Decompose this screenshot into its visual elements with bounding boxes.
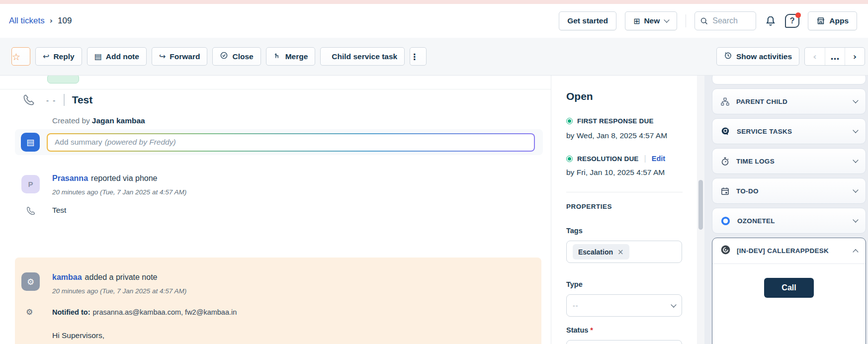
sidebar-card-label: TO-DO	[736, 187, 759, 195]
search-box[interactable]	[694, 11, 756, 30]
forward-button[interactable]: ↪ Forward	[152, 47, 208, 66]
forward-label: Forward	[170, 52, 200, 61]
first-response-label: FIRST RESPONSE DUE	[577, 117, 654, 125]
first-response-row: FIRST RESPONSE DUE	[566, 117, 654, 125]
content-area: - - Test Created byJagan kambaa ▤ Add su…	[0, 76, 868, 344]
properties-divider	[566, 192, 683, 192]
get-started-button[interactable]: Get started	[559, 11, 616, 30]
phone-message-icon	[26, 206, 36, 218]
author-link[interactable]: Prasanna	[52, 174, 88, 182]
chevron-down-icon	[853, 97, 858, 103]
note-timestamp: 20 minutes ago (Tue, 7 Jan 2025 at 4:57 …	[52, 287, 186, 295]
properties-panel: Open FIRST RESPONSE DUE by Wed, Jan 8, 2…	[551, 76, 697, 344]
breadcrumb-chevron-icon: ›	[50, 16, 53, 25]
sidebar-card-label: PARENT CHILD	[736, 98, 787, 105]
previous-ticket-button[interactable]: ‹	[805, 48, 825, 65]
apps-button[interactable]: Apps	[808, 11, 857, 30]
summary-input-border: Add summary (powered by Freddy)	[47, 133, 535, 152]
sidebar-card-service-tasks[interactable]: SERVICE TASKS	[712, 118, 866, 144]
merge-button[interactable]: Merge	[266, 47, 316, 66]
sidebar-card-ozonetel[interactable]: OZONETEL	[712, 208, 866, 234]
add-note-button[interactable]: ▤ Add note	[87, 47, 147, 66]
type-label: Type	[566, 280, 583, 288]
sidebar-card-label: TIME LOGS	[736, 158, 775, 165]
edit-resolution-link[interactable]: Edit	[652, 155, 665, 163]
star-ticket-button[interactable]: ☆	[11, 47, 30, 66]
ticket-pagination: ‹ … ›	[804, 47, 865, 66]
help-icon[interactable]: ?	[785, 14, 799, 28]
remove-tag-icon[interactable]: ×	[617, 248, 624, 257]
sidebar-card-to-do[interactable]: TO-DO	[712, 178, 866, 204]
notified-emails: prasanna.as@kambaa.com, fw2@kambaa.in	[93, 308, 237, 316]
add-note-label: Add note	[106, 52, 139, 61]
toolbar-actions: ☆ ↩ Reply ▤ Add note ↪ Forward Close	[11, 47, 427, 66]
ticket-header: - - Test	[22, 93, 92, 106]
private-note: ⚙ kambaaadded a private note 20 minutes …	[15, 258, 541, 344]
status-select[interactable]	[566, 340, 682, 344]
summary-strip: ▤ Add summary (powered by Freddy)	[15, 129, 543, 155]
conversation-author-line: Prasannareported via phone	[52, 174, 157, 183]
notifications-bell-icon[interactable]	[765, 15, 777, 27]
summary-input[interactable]: Add summary (powered by Freddy)	[48, 134, 534, 151]
pagination-more-button[interactable]: …	[825, 48, 845, 65]
child-service-task-button[interactable]: Child service task	[320, 47, 405, 66]
type-select[interactable]: --	[566, 294, 682, 317]
close-ticket-button[interactable]: Close	[212, 47, 260, 66]
show-activities-button[interactable]: Show activities	[716, 47, 799, 66]
apps-sidebar: PARENT CHILD SERVICE TASKS TIME LOGS	[704, 76, 868, 344]
note-author-line: kambaaadded a private note	[52, 273, 157, 282]
ticket-detail-page: All tickets › 109 Get started ⊞ New	[0, 0, 868, 344]
system-gear-avatar: ⚙	[21, 272, 40, 291]
call-button[interactable]: Call	[764, 278, 814, 298]
resolution-due-label: RESOLUTION DUE	[577, 155, 639, 163]
scrollbar-thumb[interactable]	[698, 180, 703, 230]
next-ticket-button[interactable]: ›	[845, 48, 865, 65]
sidebar-card-parent-child[interactable]: PARENT CHILD	[712, 88, 866, 114]
note-icon: ▤	[94, 52, 102, 61]
child-service-task-label: Child service task	[332, 52, 397, 61]
breadcrumb: All tickets › 109	[9, 16, 72, 26]
ticket-status-heading: Open	[566, 90, 593, 102]
ticket-title: Test	[72, 94, 93, 106]
hierarchy-icon	[720, 97, 730, 106]
help-notification-dot	[795, 12, 801, 18]
header-divider	[686, 14, 686, 27]
author-action: added a private note	[85, 273, 158, 281]
type-value: --	[573, 302, 578, 310]
more-actions-button[interactable]: ⋮	[410, 47, 427, 66]
service-tasks-icon	[720, 126, 730, 136]
conversation-message: Test	[52, 206, 66, 215]
sidebar-card-time-logs[interactable]: TIME LOGS	[712, 148, 866, 174]
sla-green-dot-icon	[566, 118, 573, 124]
summary-placeholder: Add summary	[55, 138, 102, 147]
sidebar-card-label: [IN-DEV] CALLERAPPDESK	[737, 247, 829, 255]
vertical-scrollbar[interactable]	[697, 76, 704, 344]
tag-chip-label: Escalation	[578, 248, 613, 256]
freddy-summary-button[interactable]: ▤	[21, 133, 40, 152]
notified-to-line: Notified to:prasanna.as@kambaa.com, fw2@…	[52, 308, 237, 316]
forward-icon: ↪	[159, 52, 166, 61]
plus-square-icon: ⊞	[633, 16, 640, 26]
chevron-down-icon	[853, 127, 858, 133]
chevron-down-icon	[853, 157, 858, 163]
reply-label: Reply	[53, 52, 74, 61]
conversation-panel: - - Test Created byJagan kambaa ▤ Add su…	[0, 76, 551, 344]
breadcrumb-all-tickets-link[interactable]: All tickets	[9, 16, 45, 26]
stopwatch-icon	[720, 157, 730, 166]
new-button[interactable]: ⊞ New	[625, 11, 677, 30]
reply-button[interactable]: ↩ Reply	[35, 47, 82, 66]
search-input[interactable]	[712, 16, 751, 25]
chevron-down-icon	[853, 187, 858, 192]
search-icon	[700, 17, 708, 25]
callerappdesk-header[interactable]: [IN-DEV] CALLERAPPDESK	[712, 238, 866, 264]
scrolled-status-badge	[47, 76, 79, 84]
cutoff-card[interactable]	[712, 76, 866, 85]
author-link[interactable]: kambaa	[52, 273, 82, 281]
new-button-label: New	[644, 16, 660, 25]
resolution-due-row: RESOLUTION DUE | Edit	[566, 154, 665, 163]
tags-input[interactable]: Escalation ×	[566, 241, 682, 263]
ring-icon	[720, 216, 731, 226]
header-actions: Get started ⊞ New ?	[559, 11, 857, 30]
header: All tickets › 109 Get started ⊞ New	[0, 4, 868, 38]
status-label: Status*	[566, 326, 593, 334]
